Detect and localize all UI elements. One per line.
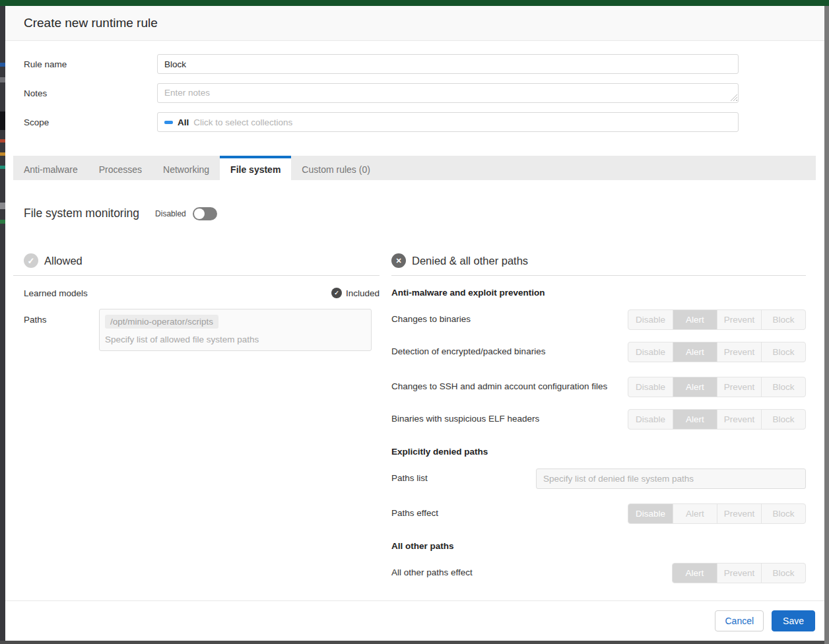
effect-option-block[interactable]: Block [761,377,805,397]
effect-group-all-other-paths: AlertPreventBlock [672,563,806,583]
effect-group-encrypted-packed: DisableAlertPreventBlock [628,342,806,362]
notes-label: Notes [24,83,157,98]
rule-name-label: Rule name [24,54,157,69]
scope-placeholder: Click to select collections [193,117,292,127]
effect-option-prevent[interactable]: Prevent [717,564,761,583]
file-system-monitoring-title: File system monitoring [24,207,139,220]
rule-name-input[interactable] [157,54,739,74]
file-system-monitoring-row: File system monitoring Disabled [24,207,824,220]
allowed-check-icon: ✓ [24,253,38,268]
effect-option-prevent[interactable]: Prevent [717,377,761,397]
rule-columns: ✓ Allowed Learned models ✓ Included Path… [5,253,824,583]
setting-label: Binaries with suspicious ELF headers [391,412,539,426]
notes-row: Notes [24,83,824,103]
setting-label: Detection of encrypted/packed binaries [391,345,545,359]
modal-header: Create new runtime rule [5,6,824,41]
explicitly-denied-heading: Explicitly denied paths [391,447,806,457]
allowed-header: ✓ Allowed [13,253,380,276]
effect-option-alert[interactable]: Alert [673,564,717,583]
rule-name-row: Rule name [24,54,824,74]
rule-form: Rule name Notes Scope All Click to selec… [5,41,824,141]
save-button[interactable]: Save [772,610,815,631]
modal-footer: Cancel Save [5,600,824,641]
background-scrollbar-edge[interactable] [824,6,829,644]
setting-label: Changes to SSH and admin account configu… [391,380,607,394]
background-sliver [0,77,5,82]
background-sliver [0,63,5,67]
background-sliver [0,166,5,169]
effect-option-disable[interactable]: Disable [628,310,673,329]
effect-option-block[interactable]: Block [761,564,805,583]
notes-input[interactable] [157,83,739,103]
tab-custom-rules[interactable]: Custom rules (0) [291,156,380,180]
effect-option-prevent[interactable]: Prevent [717,342,761,362]
scope-row: Scope All Click to select collections [24,112,824,132]
effect-option-alert[interactable]: Alert [673,410,717,429]
modal-title: Create new runtime rule [24,16,158,30]
all-other-paths-effect-label: All other paths effect [391,566,473,580]
setting-row-ssh-admin: Changes to SSH and admin account configu… [391,377,806,397]
tab-file-system[interactable]: File system [220,156,291,180]
rule-tabs: Anti-malware Processes Networking File s… [13,156,816,180]
paths-list-label: Paths list [391,472,428,486]
included-check-icon: ✓ [331,288,342,298]
monitoring-toggle[interactable] [193,207,217,220]
setting-row-elf-headers: Binaries with suspicious ELF headers Dis… [391,409,806,430]
background-sliver [0,152,5,156]
effect-option-alert[interactable]: Alert [673,377,717,397]
effect-option-block[interactable]: Block [761,342,805,362]
paths-effect-row: Paths effect DisableAlertPreventBlock [391,503,806,524]
tab-processes[interactable]: Processes [88,156,152,180]
allowed-title: Allowed [44,255,83,267]
tab-anti-malware[interactable]: Anti-malware [13,156,88,180]
background-sliver [0,220,5,224]
cancel-button[interactable]: Cancel [715,610,764,631]
scope-collections-field[interactable]: All Click to select collections [157,112,739,132]
allowed-paths-label: Paths [24,309,99,351]
effect-option-disable[interactable]: Disable [628,504,673,523]
effect-option-prevent[interactable]: Prevent [717,310,761,329]
effect-option-prevent[interactable]: Prevent [717,504,761,523]
denied-title: Denied & all other paths [412,255,528,267]
denied-x-icon: ✕ [391,253,406,268]
setting-row-encrypted-packed: Detection of encrypted/packed binaries D… [391,342,806,362]
effect-group-elf-headers: DisableAlertPreventBlock [628,409,806,430]
effect-group-ssh-admin: DisableAlertPreventBlock [628,377,806,397]
effect-option-disable[interactable]: Disable [628,377,673,397]
paths-effect-label: Paths effect [391,507,438,521]
effect-option-block[interactable]: Block [761,310,805,329]
effect-group-paths-effect: DisableAlertPreventBlock [628,503,806,524]
effect-option-block[interactable]: Block [761,410,805,429]
toggle-knob [194,209,205,219]
effect-option-block[interactable]: Block [761,504,805,523]
denied-paths-input[interactable] [536,468,806,489]
scope-selected-value: All [178,117,189,127]
effect-option-disable[interactable]: Disable [628,410,673,429]
setting-label: Changes to binaries [391,313,471,327]
learned-models-label: Learned models [24,288,88,298]
effect-option-alert[interactable]: Alert [673,342,717,362]
allowed-paths-placeholder: Specify list of allowed file system path… [105,335,366,344]
background-sliver [0,139,5,143]
background-app-edge [0,6,5,641]
learned-models-row: Learned models ✓ Included [24,288,380,298]
allowed-path-chip[interactable]: /opt/minio-operator/scripts [105,315,218,329]
tab-networking[interactable]: Networking [152,156,220,180]
allowed-paths-row: Paths /opt/minio-operator/scripts Specif… [24,309,380,351]
collection-dash-icon [164,121,173,124]
effect-option-disable[interactable]: Disable [628,342,673,362]
effect-option-alert[interactable]: Alert [673,504,717,523]
all-other-paths-heading: All other paths [391,541,806,551]
background-app-header-bar [0,0,829,6]
learned-models-status[interactable]: ✓ Included [331,288,380,298]
denied-header: ✕ Denied & all other paths [391,253,806,276]
paths-list-row: Paths list [391,468,806,489]
included-label: Included [346,288,380,298]
background-sliver [0,112,5,130]
background-sliver [0,203,5,209]
monitoring-state-label: Disabled [155,209,186,218]
effect-group-changes-to-binaries: DisableAlertPreventBlock [628,309,806,330]
allowed-paths-input[interactable]: /opt/minio-operator/scripts Specify list… [99,309,372,351]
effect-option-alert[interactable]: Alert [673,310,717,329]
effect-option-prevent[interactable]: Prevent [717,410,761,429]
